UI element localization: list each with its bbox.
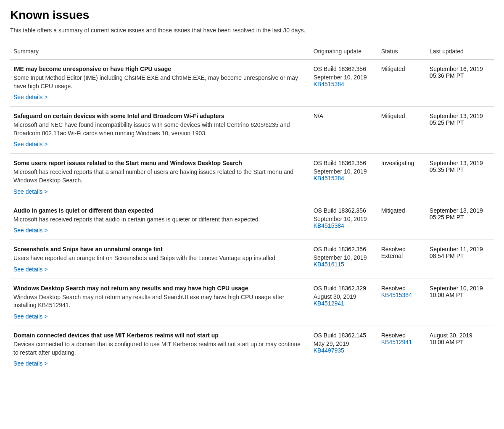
last-updated-text: September 11, 201908:54 PM PT (426, 240, 494, 279)
originating-date: September 10, 2019 (314, 216, 375, 222)
last-updated-text: August 30, 201910:00 AM PT (426, 326, 494, 373)
table-row: Safeguard on certain devices with some I… (10, 107, 494, 154)
status-text: Resolved (381, 285, 406, 292)
status-text: Investigating (381, 160, 414, 166)
originating-date: September 10, 2019 (314, 74, 375, 81)
originating-date: May 29, 2019 (314, 340, 375, 347)
issue-title: Audio in games is quiet or different tha… (13, 207, 307, 214)
originating-build: OS Build 18362.356 (314, 207, 366, 214)
originating-kb-link[interactable]: KB4515384 (314, 81, 344, 87)
originating-kb-link[interactable]: KB4516115 (314, 261, 344, 268)
status-text: Resolved (381, 332, 406, 339)
table-row: Windows Desktop Search may not return an… (10, 279, 494, 326)
see-details-link[interactable]: See details > (13, 360, 47, 367)
issue-description: Windows Desktop Search may not return an… (13, 293, 307, 310)
col-header-last-updated: Last updated (426, 44, 494, 59)
status-text: Mitigated (381, 113, 405, 119)
issue-description: Microsoft has received reports that audi… (13, 216, 307, 224)
status-text: Resolved (381, 246, 406, 253)
issue-description: Users have reported an orange tint on Sc… (13, 254, 307, 263)
last-updated-text: September 13, 201905:25 PM PT (426, 107, 494, 154)
issue-title: Screenshots and Snips have an unnatural … (13, 246, 307, 253)
originating-date: August 30, 2019 (314, 293, 375, 300)
last-updated-text: September 16, 201905:36 PM PT (426, 59, 494, 107)
last-updated-text: September 10, 201910:00 AM PT (426, 279, 494, 326)
issue-description: Some Input Method Editor (IME) including… (13, 74, 307, 90)
status-text-external: External (381, 253, 403, 259)
table-row: Screenshots and Snips have an unnatural … (10, 240, 494, 279)
last-updated-text: September 13, 201905:35 PM PT (426, 154, 494, 201)
status-kb-link[interactable]: KB4515384 (381, 292, 412, 298)
issue-title: Safeguard on certain devices with some I… (13, 113, 307, 119)
status-text: Mitigated (381, 207, 405, 214)
table-row: Domain connected devices that use MIT Ke… (10, 326, 494, 373)
col-header-originating: Originating update (310, 44, 378, 59)
see-details-link[interactable]: See details > (13, 94, 47, 100)
see-details-link[interactable]: See details > (13, 266, 47, 273)
page-title: Known issues (10, 8, 494, 22)
see-details-link[interactable]: See details > (13, 227, 47, 234)
issue-description: Microsoft has received reports that a sm… (13, 168, 307, 184)
issue-title: Windows Desktop Search may not return an… (13, 285, 307, 292)
issue-description: Devices connected to a domain that is co… (13, 340, 307, 357)
originating-build: OS Build 18362.356 (314, 160, 366, 166)
table-row: Some users report issues related to the … (10, 154, 494, 201)
originating-build: OS Build 18362.145 (314, 332, 366, 339)
originating-date: September 10, 2019 (314, 168, 375, 175)
originating-kb-link[interactable]: KB4515384 (314, 222, 344, 229)
originating-date: September 10, 2019 (314, 254, 375, 261)
page-subtitle: This table offers a summary of current a… (10, 27, 494, 34)
see-details-link[interactable]: See details > (13, 141, 47, 147)
table-header-row: Summary Originating update Status Last u… (10, 44, 494, 59)
col-header-status: Status (378, 44, 426, 59)
issues-table: Summary Originating update Status Last u… (10, 44, 494, 373)
col-header-summary: Summary (10, 44, 310, 59)
originating-build: OS Build 18362.356 (314, 66, 366, 72)
issue-title: Some users report issues related to the … (13, 160, 307, 166)
table-row: Audio in games is quiet or different tha… (10, 201, 494, 240)
originating-kb-link[interactable]: KB4515384 (314, 175, 344, 182)
originating-build: N/A (314, 113, 323, 119)
status-text: Mitigated (381, 66, 405, 72)
table-row: IME may become unresponsive or have High… (10, 59, 494, 107)
originating-build: OS Build 18362.356 (314, 246, 366, 253)
last-updated-text: September 13, 201905:25 PM PT (426, 201, 494, 240)
originating-kb-link[interactable]: KB4497935 (314, 347, 344, 354)
issue-description: Microsoft and NEC have found incompatibi… (13, 121, 307, 137)
status-kb-link[interactable]: KB4512941 (381, 339, 412, 345)
issue-title: Domain connected devices that use MIT Ke… (13, 332, 307, 339)
issue-title: IME may become unresponsive or have High… (13, 66, 307, 72)
originating-build: OS Build 18362.329 (314, 285, 366, 292)
see-details-link[interactable]: See details > (13, 188, 47, 195)
see-details-link[interactable]: See details > (13, 313, 47, 320)
originating-kb-link[interactable]: KB4512941 (314, 300, 344, 307)
